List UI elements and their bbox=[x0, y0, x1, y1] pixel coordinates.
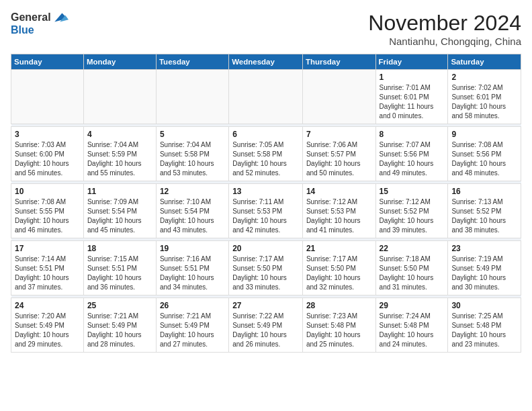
calendar-day-cell: 28Sunrise: 7:23 AM Sunset: 5:48 PM Dayli… bbox=[302, 298, 375, 353]
day-number: 6 bbox=[232, 130, 299, 139]
day-number: 10 bbox=[15, 187, 80, 196]
calendar-day-cell bbox=[11, 70, 84, 124]
calendar-day-cell: 1Sunrise: 7:01 AM Sunset: 6:01 PM Daylig… bbox=[375, 70, 448, 124]
day-number: 22 bbox=[380, 244, 445, 253]
calendar-day-cell bbox=[156, 70, 228, 124]
calendar-day-cell: 13Sunrise: 7:11 AM Sunset: 5:53 PM Dayli… bbox=[229, 184, 303, 238]
calendar-day-cell: 6Sunrise: 7:05 AM Sunset: 5:58 PM Daylig… bbox=[229, 127, 303, 181]
calendar-day-cell: 19Sunrise: 7:16 AM Sunset: 5:51 PM Dayli… bbox=[156, 241, 228, 295]
logo-icon bbox=[52, 11, 69, 24]
day-number: 13 bbox=[232, 187, 299, 196]
day-number: 3 bbox=[15, 130, 80, 139]
weekday-header: Thursday bbox=[302, 54, 375, 70]
day-info: Sunrise: 7:03 AM Sunset: 6:00 PM Dayligh… bbox=[15, 140, 80, 178]
calendar-day-cell: 18Sunrise: 7:15 AM Sunset: 5:51 PM Dayli… bbox=[83, 241, 156, 295]
calendar-day-cell: 8Sunrise: 7:07 AM Sunset: 5:56 PM Daylig… bbox=[375, 127, 448, 181]
day-number: 25 bbox=[87, 301, 152, 310]
day-number: 11 bbox=[87, 187, 152, 196]
day-info: Sunrise: 7:12 AM Sunset: 5:52 PM Dayligh… bbox=[380, 197, 445, 235]
day-info: Sunrise: 7:20 AM Sunset: 5:49 PM Dayligh… bbox=[15, 312, 80, 349]
day-number: 28 bbox=[306, 301, 372, 310]
calendar-day-cell bbox=[83, 70, 156, 124]
weekday-header: Monday bbox=[83, 54, 156, 70]
calendar-day-cell: 14Sunrise: 7:12 AM Sunset: 5:53 PM Dayli… bbox=[302, 184, 375, 238]
day-info: Sunrise: 7:25 AM Sunset: 5:48 PM Dayligh… bbox=[451, 312, 517, 349]
day-info: Sunrise: 7:17 AM Sunset: 5:50 PM Dayligh… bbox=[306, 255, 372, 292]
day-info: Sunrise: 7:10 AM Sunset: 5:54 PM Dayligh… bbox=[160, 197, 225, 235]
day-info: Sunrise: 7:06 AM Sunset: 5:57 PM Dayligh… bbox=[306, 140, 372, 178]
calendar-day-cell: 15Sunrise: 7:12 AM Sunset: 5:52 PM Dayli… bbox=[375, 184, 448, 238]
day-info: Sunrise: 7:18 AM Sunset: 5:50 PM Dayligh… bbox=[380, 255, 445, 292]
calendar-day-cell: 7Sunrise: 7:06 AM Sunset: 5:57 PM Daylig… bbox=[302, 127, 375, 181]
day-info: Sunrise: 7:22 AM Sunset: 5:49 PM Dayligh… bbox=[232, 312, 299, 349]
day-info: Sunrise: 7:12 AM Sunset: 5:53 PM Dayligh… bbox=[306, 197, 372, 235]
day-number: 19 bbox=[160, 244, 225, 253]
day-number: 27 bbox=[232, 301, 299, 310]
calendar-day-cell bbox=[229, 70, 303, 124]
calendar-day-cell: 21Sunrise: 7:17 AM Sunset: 5:50 PM Dayli… bbox=[302, 241, 375, 295]
calendar-day-cell: 12Sunrise: 7:10 AM Sunset: 5:54 PM Dayli… bbox=[156, 184, 228, 238]
day-info: Sunrise: 7:14 AM Sunset: 5:51 PM Dayligh… bbox=[15, 255, 80, 292]
weekday-header: Friday bbox=[375, 54, 448, 70]
calendar-week-row: 10Sunrise: 7:08 AM Sunset: 5:55 PM Dayli… bbox=[11, 184, 521, 238]
weekday-header: Wednesday bbox=[229, 54, 303, 70]
calendar-day-cell: 2Sunrise: 7:02 AM Sunset: 6:01 PM Daylig… bbox=[448, 70, 521, 124]
calendar-day-cell: 24Sunrise: 7:20 AM Sunset: 5:49 PM Dayli… bbox=[11, 298, 84, 353]
day-number: 20 bbox=[232, 244, 299, 253]
calendar-day-cell: 25Sunrise: 7:21 AM Sunset: 5:49 PM Dayli… bbox=[83, 298, 156, 353]
calendar-day-cell: 3Sunrise: 7:03 AM Sunset: 6:00 PM Daylig… bbox=[11, 127, 84, 181]
day-info: Sunrise: 7:24 AM Sunset: 5:48 PM Dayligh… bbox=[380, 312, 445, 349]
calendar-day-cell: 30Sunrise: 7:25 AM Sunset: 5:48 PM Dayli… bbox=[448, 298, 521, 353]
day-info: Sunrise: 7:04 AM Sunset: 5:58 PM Dayligh… bbox=[160, 140, 225, 178]
calendar-day-cell: 5Sunrise: 7:04 AM Sunset: 5:58 PM Daylig… bbox=[156, 127, 228, 181]
weekday-header: Tuesday bbox=[156, 54, 228, 70]
calendar-day-cell: 17Sunrise: 7:14 AM Sunset: 5:51 PM Dayli… bbox=[11, 241, 84, 295]
calendar-week-row: 1Sunrise: 7:01 AM Sunset: 6:01 PM Daylig… bbox=[11, 70, 521, 124]
calendar-week-row: 17Sunrise: 7:14 AM Sunset: 5:51 PM Dayli… bbox=[11, 241, 521, 295]
weekday-header: Saturday bbox=[448, 54, 521, 70]
day-number: 29 bbox=[380, 301, 445, 310]
calendar: SundayMondayTuesdayWednesdayThursdayFrid… bbox=[11, 54, 521, 353]
day-number: 14 bbox=[306, 187, 372, 196]
day-info: Sunrise: 7:21 AM Sunset: 5:49 PM Dayligh… bbox=[87, 312, 152, 349]
day-info: Sunrise: 7:04 AM Sunset: 5:59 PM Dayligh… bbox=[87, 140, 152, 178]
day-info: Sunrise: 7:08 AM Sunset: 5:56 PM Dayligh… bbox=[451, 140, 517, 178]
day-info: Sunrise: 7:02 AM Sunset: 6:01 PM Dayligh… bbox=[451, 83, 517, 121]
day-number: 9 bbox=[451, 130, 517, 139]
calendar-day-cell: 27Sunrise: 7:22 AM Sunset: 5:49 PM Dayli… bbox=[229, 298, 303, 353]
day-info: Sunrise: 7:07 AM Sunset: 5:56 PM Dayligh… bbox=[380, 140, 445, 178]
calendar-day-cell: 4Sunrise: 7:04 AM Sunset: 5:59 PM Daylig… bbox=[83, 127, 156, 181]
calendar-header-row: SundayMondayTuesdayWednesdayThursdayFrid… bbox=[11, 54, 521, 70]
day-number: 1 bbox=[380, 73, 445, 82]
weekday-header: Sunday bbox=[11, 54, 84, 70]
day-info: Sunrise: 7:15 AM Sunset: 5:51 PM Dayligh… bbox=[87, 255, 152, 292]
day-number: 18 bbox=[87, 244, 152, 253]
day-number: 8 bbox=[380, 130, 445, 139]
calendar-day-cell: 16Sunrise: 7:13 AM Sunset: 5:52 PM Dayli… bbox=[448, 184, 521, 238]
logo-general: General bbox=[11, 11, 51, 24]
day-info: Sunrise: 7:13 AM Sunset: 5:52 PM Dayligh… bbox=[451, 197, 517, 235]
calendar-day-cell: 10Sunrise: 7:08 AM Sunset: 5:55 PM Dayli… bbox=[11, 184, 84, 238]
calendar-week-row: 3Sunrise: 7:03 AM Sunset: 6:00 PM Daylig… bbox=[11, 127, 521, 181]
day-number: 12 bbox=[160, 187, 225, 196]
day-number: 23 bbox=[451, 244, 517, 253]
calendar-week-row: 24Sunrise: 7:20 AM Sunset: 5:49 PM Dayli… bbox=[11, 298, 521, 353]
day-info: Sunrise: 7:05 AM Sunset: 5:58 PM Dayligh… bbox=[232, 140, 299, 178]
day-number: 26 bbox=[160, 301, 225, 310]
day-info: Sunrise: 7:09 AM Sunset: 5:54 PM Dayligh… bbox=[87, 197, 152, 235]
day-number: 21 bbox=[306, 244, 372, 253]
calendar-day-cell: 26Sunrise: 7:21 AM Sunset: 5:49 PM Dayli… bbox=[156, 298, 228, 353]
day-info: Sunrise: 7:19 AM Sunset: 5:49 PM Dayligh… bbox=[451, 255, 517, 292]
calendar-day-cell: 9Sunrise: 7:08 AM Sunset: 5:56 PM Daylig… bbox=[448, 127, 521, 181]
day-info: Sunrise: 7:21 AM Sunset: 5:49 PM Dayligh… bbox=[160, 312, 225, 349]
month-title: November 2024 bbox=[368, 11, 521, 36]
day-info: Sunrise: 7:16 AM Sunset: 5:51 PM Dayligh… bbox=[160, 255, 225, 292]
calendar-day-cell: 29Sunrise: 7:24 AM Sunset: 5:48 PM Dayli… bbox=[375, 298, 448, 353]
day-number: 24 bbox=[15, 301, 80, 310]
day-number: 2 bbox=[451, 73, 517, 82]
day-number: 15 bbox=[380, 187, 445, 196]
calendar-day-cell: 20Sunrise: 7:17 AM Sunset: 5:50 PM Dayli… bbox=[229, 241, 303, 295]
calendar-day-cell bbox=[302, 70, 375, 124]
location: Nantianhu, Chongqing, China bbox=[368, 36, 521, 47]
day-number: 7 bbox=[306, 130, 372, 139]
